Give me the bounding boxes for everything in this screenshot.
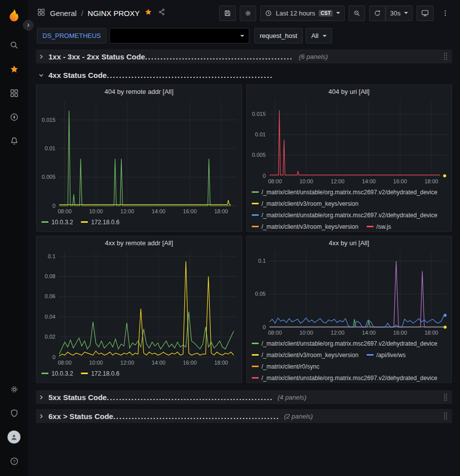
svg-text:0: 0 [262,173,265,179]
row-header-6xx[interactable]: 6xx > Status Code ......................… [36,409,452,423]
legend-label: /sw.js [377,223,391,230]
panel-title[interactable]: 4xx by uri [All] [247,236,452,247]
timezone-badge: CST [319,10,333,16]
user-avatar[interactable] [0,425,28,449]
svg-text:14:00: 14:00 [362,330,376,336]
server-admin-shield-icon[interactable] [0,401,28,425]
explore-icon[interactable] [0,105,28,129]
legend-label: /_matrix/client/unstable/org.matrix.msc2… [262,375,438,382]
svg-text:0: 0 [262,324,265,330]
legend-item[interactable]: /_matrix/client/unstable/org.matrix.msc2… [252,209,438,221]
refresh-interval-label: 30s [390,9,401,17]
breadcrumb-folder[interactable]: General [50,9,76,17]
help-icon[interactable]: ? [0,449,28,473]
legend-item[interactable]: 172.18.0.6 [81,368,119,379]
favorite-star-icon[interactable] [144,8,152,18]
legend-label: 172.18.0.6 [91,370,119,377]
top-navbar: General / NGINX PROXY [28,0,460,26]
legend-item[interactable]: /_matrix/client/unstable/org.matrix.msc2… [252,338,438,349]
breadcrumb-separator: / [81,9,83,17]
svg-text:12:00: 12:00 [120,208,134,214]
svg-text:18:00: 18:00 [214,360,228,366]
legend-item[interactable]: /_matrix/client/v3/room_keys/version [252,221,359,231]
legend-label: /_matrix/client/unstable/org.matrix.msc2… [262,212,438,219]
share-icon[interactable] [158,8,166,18]
row-title-dots: ........................................… [145,52,293,61]
legend-item[interactable]: 172.18.0.6 [81,216,119,228]
main-area: General / NGINX PROXY [28,0,460,476]
apps-grid-icon [37,8,45,18]
svg-text:0.005: 0.005 [252,152,266,158]
legend-item[interactable]: /_matrix/client/v3/room_keys/version [252,349,359,361]
legend-item[interactable]: /sw.js [367,221,391,231]
svg-text:08:00: 08:00 [268,330,282,336]
legend-item[interactable]: 10.0.3.2 [41,368,73,379]
timeseries-chart[interactable]: 00.050.108:0010:0012:0014:0016:0018:00 [247,247,452,337]
drag-handle-icon[interactable] [443,52,448,61]
row-header-1xx-3xx-2xx[interactable]: 1xx - 3xx - 2xx Status Code ............… [36,49,452,63]
panel-title[interactable]: 4xx by remote addr [All] [36,236,242,247]
svg-text:18:00: 18:00 [424,178,438,184]
legend-item[interactable]: 10.0.3.2 [41,216,73,228]
dashboard-settings-button[interactable] [240,5,256,21]
legend-swatch [252,203,259,204]
request-host-value: All [311,32,318,39]
svg-text:10:00: 10:00 [299,330,313,336]
search-icon[interactable] [0,33,28,57]
legend-item[interactable]: /_matrix/client/v3/room_keys/version [252,198,359,209]
legend-item[interactable]: /_matrix/client/r0/sync [252,361,320,372]
svg-text:0.01: 0.01 [45,145,55,151]
legend-item[interactable]: /_matrix/client/unstable/org.matrix.msc2… [252,372,438,383]
svg-text:18:00: 18:00 [214,208,228,214]
zoom-out-button[interactable] [349,5,365,21]
timeseries-chart[interactable]: 00.0050.010.01508:0010:0012:0014:0016:00… [247,96,452,186]
refresh-interval-picker[interactable]: 30s [386,5,413,21]
request-host-select[interactable]: All [306,28,332,43]
datasource-label[interactable]: DS_PROMETHEUS [37,28,106,43]
timeseries-chart[interactable]: 00.0050.010.01508:0010:0012:0014:0016:00… [36,96,242,216]
drag-handle-icon[interactable] [443,393,448,402]
gear-icon [244,9,252,17]
refresh-button[interactable] [369,5,386,21]
dashboard-title[interactable]: NGINX PROXY [88,9,140,17]
drag-handle-icon[interactable] [443,412,448,421]
navbar-actions: Last 12 hours CST 30s [219,5,453,21]
timeseries-chart[interactable]: 00.020.040.060.080.108:0010:0012:0014:00… [36,247,242,367]
svg-text:0.005: 0.005 [41,174,55,180]
alerting-icon[interactable] [0,129,28,153]
kebab-menu-icon[interactable] [438,5,453,21]
legend-label: 10.0.3.2 [51,219,73,226]
legend-item[interactable]: /_matrix/client/unstable/org.matrix.msc2… [252,186,438,198]
svg-text:0: 0 [52,203,55,209]
time-range-picker[interactable]: Last 12 hours CST [260,5,345,21]
sidebar-expand-icon[interactable] [23,20,33,30]
starred-icon[interactable] [0,57,28,81]
save-button[interactable] [219,5,236,21]
cycle-view-button[interactable] [417,5,434,21]
svg-text:0.01: 0.01 [255,131,265,137]
svg-text:0.015: 0.015 [252,111,266,117]
configuration-gear-icon[interactable] [0,377,28,401]
legend-item[interactable]: /api/live/ws [367,349,406,361]
svg-text:08:00: 08:00 [268,178,282,184]
panel-title[interactable]: 404 by remote addr [All] [36,85,242,96]
panel-4xx-by-remote-addr: 4xx by remote addr [All] 00.020.040.060.… [36,236,242,383]
datasource-select[interactable] [109,28,249,43]
caret-down-icon [404,12,408,14]
svg-text:0.05: 0.05 [255,291,265,297]
panel-4xx-by-uri: 4xx by uri [All] 00.050.108:0010:0012:00… [246,236,453,383]
svg-text:0.1: 0.1 [48,253,55,259]
sidebar: ? [0,0,28,476]
panel-title[interactable]: 404 by uri [All] [247,85,452,96]
row-header-4xx[interactable]: 4xx Status Code ........................… [36,68,452,81]
dashboard-canvas: 1xx - 3xx - 2xx Status Code ............… [28,48,460,476]
dashboards-icon[interactable] [0,81,28,105]
svg-text:16:00: 16:00 [393,330,407,336]
svg-text:0.02: 0.02 [45,334,55,340]
time-range-label: Last 12 hours [276,9,315,17]
legend-swatch [81,221,88,223]
row-header-5xx[interactable]: 5xx Status Code ........................… [36,390,452,404]
request-host-label[interactable]: request_host [254,28,303,43]
dashboard-submenu: DS_PROMETHEUS request_host All [28,26,460,48]
avatar [7,431,20,444]
